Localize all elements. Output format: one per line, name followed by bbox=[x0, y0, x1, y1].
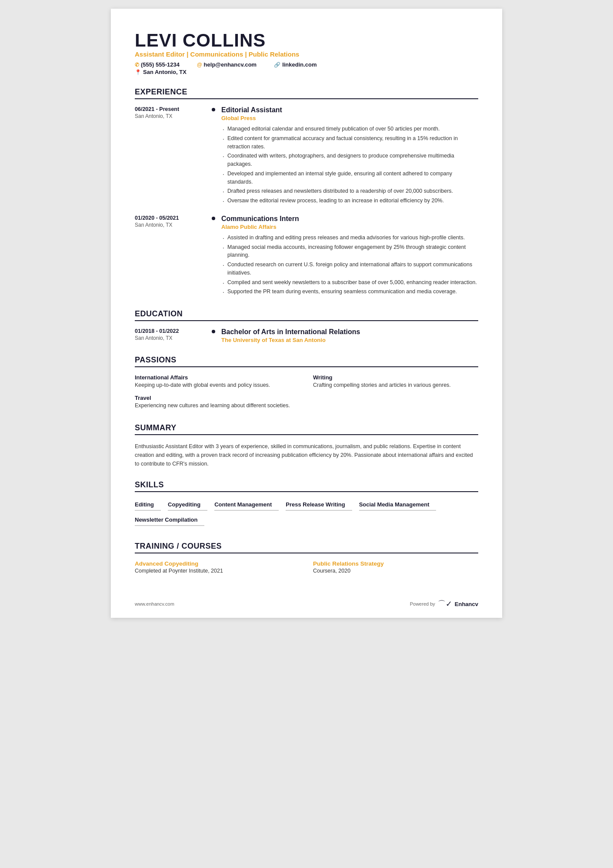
bullet-2-2: Conducted research on current U.S. forei… bbox=[221, 261, 478, 277]
location-icon: 📍 bbox=[135, 69, 141, 75]
footer-logo: Powered by ⌒✓ Enhancv bbox=[410, 599, 478, 609]
edu-location-1: San Antonio, TX bbox=[135, 335, 211, 341]
bullets-1: Managed editorial calendar and ensured t… bbox=[221, 125, 478, 205]
training-item-0: Advanced Copyediting Completed at Poynte… bbox=[135, 560, 300, 574]
exp-right-1: Editorial Assistant Global Press Managed… bbox=[216, 106, 478, 206]
bullets-2: Assisted in drafting and editing press r… bbox=[221, 234, 478, 296]
email-icon: @ bbox=[197, 62, 202, 68]
bullet-1-4: Drafted press releases and newsletters d… bbox=[221, 187, 478, 195]
email-item: @ help@enhancv.com bbox=[197, 61, 257, 68]
edu-right-1: Bachelor of Arts in International Relati… bbox=[216, 328, 478, 343]
edu-divider-1 bbox=[211, 328, 216, 343]
skill-1: Copyediting bbox=[168, 499, 207, 511]
company-1: Global Press bbox=[221, 115, 478, 121]
training-grid: Advanced Copyediting Completed at Poynte… bbox=[135, 560, 478, 574]
location-row: 📍 San Antonio, TX bbox=[135, 69, 478, 75]
enhancv-icon: ⌒✓ bbox=[438, 599, 452, 609]
phone-item: ✆ (555) 555-1234 bbox=[135, 61, 180, 68]
summary-section-title: SUMMARY bbox=[135, 423, 478, 435]
email-address: help@enhancv.com bbox=[204, 61, 257, 68]
education-section-title: EDUCATION bbox=[135, 309, 478, 321]
candidate-name: LEVI COLLINS bbox=[135, 30, 478, 50]
passion-title-0: International Affairs bbox=[135, 374, 300, 381]
exp-dot-2 bbox=[212, 217, 215, 220]
passions-grid: International Affairs Keeping up-to-date… bbox=[135, 374, 478, 411]
passion-desc-1: Crafting compelling stories and articles… bbox=[313, 382, 478, 389]
passion-title-2: Travel bbox=[135, 395, 478, 401]
exp-location-2: San Antonio, TX bbox=[135, 222, 211, 228]
skill-4: Social Media Management bbox=[359, 499, 436, 511]
bullet-1-3: Developed and implemented an internal st… bbox=[221, 170, 478, 186]
exp-date-1: 06/2021 - Present bbox=[135, 106, 211, 112]
edu-dot-1 bbox=[212, 330, 215, 333]
linkedin-item: 🔗 linkedin.com bbox=[274, 61, 316, 68]
exp-divider-1 bbox=[211, 106, 216, 206]
training-title-0: Advanced Copyediting bbox=[135, 560, 300, 567]
training-item-1: Public Relations Strategy Coursera, 2020 bbox=[313, 560, 478, 574]
edu-date-1: 01/2018 - 01/2022 bbox=[135, 328, 211, 334]
bullet-1-5: Oversaw the editorial review process, le… bbox=[221, 197, 478, 205]
training-title-1: Public Relations Strategy bbox=[313, 560, 478, 567]
skills-section-title: SKILLS bbox=[135, 480, 478, 492]
exp-date-2: 01/2020 - 05/2021 bbox=[135, 215, 211, 221]
skill-0: Editing bbox=[135, 499, 161, 511]
skill-5: Newsletter Compilation bbox=[135, 514, 204, 526]
training-desc-0: Completed at Poynter Institute, 2021 bbox=[135, 568, 300, 574]
bullet-2-4: Supported the PR team during events, ens… bbox=[221, 288, 478, 296]
passions-section: PASSIONS International Affairs Keeping u… bbox=[135, 355, 478, 411]
passion-item-1: Writing Crafting compelling stories and … bbox=[313, 374, 478, 389]
passions-section-title: PASSIONS bbox=[135, 355, 478, 367]
contact-row: ✆ (555) 555-1234 @ help@enhancv.com 🔗 li… bbox=[135, 61, 478, 68]
exp-right-2: Communications Intern Alamo Public Affai… bbox=[216, 215, 478, 297]
summary-section: SUMMARY Enthusiastic Assistant Editor wi… bbox=[135, 423, 478, 468]
training-section-title: TRAINING / COURSES bbox=[135, 542, 478, 553]
exp-left-2: 01/2020 - 05/2021 San Antonio, TX bbox=[135, 215, 211, 297]
bullet-2-0: Assisted in drafting and editing press r… bbox=[221, 234, 478, 242]
experience-item-2: 01/2020 - 05/2021 San Antonio, TX Commun… bbox=[135, 215, 478, 297]
passion-item-0: International Affairs Keeping up-to-date… bbox=[135, 374, 300, 389]
experience-item-1: 06/2021 - Present San Antonio, TX Editor… bbox=[135, 106, 478, 206]
skill-2: Content Management bbox=[214, 499, 279, 511]
bullet-2-1: Managed social media accounts, increasin… bbox=[221, 243, 478, 260]
passion-desc-2: Experiencing new cultures and learning a… bbox=[135, 402, 478, 410]
education-item-1: 01/2018 - 01/2022 San Antonio, TX Bachel… bbox=[135, 328, 478, 343]
skills-grid: Editing Copyediting Content Management P… bbox=[135, 499, 478, 530]
footer: www.enhancv.com Powered by ⌒✓ Enhancv bbox=[135, 599, 478, 609]
skills-section: SKILLS Editing Copyediting Content Manag… bbox=[135, 480, 478, 530]
skill-3: Press Release Writing bbox=[286, 499, 352, 511]
passion-desc-0: Keeping up-to-date with global events an… bbox=[135, 382, 300, 389]
bullet-1-1: Edited content for grammatical accuracy … bbox=[221, 134, 478, 151]
bullet-1-0: Managed editorial calendar and ensured t… bbox=[221, 125, 478, 133]
company-2: Alamo Public Affairs bbox=[221, 224, 478, 230]
training-section: TRAINING / COURSES Advanced Copyediting … bbox=[135, 542, 478, 574]
powered-by-text: Powered by bbox=[410, 601, 435, 607]
header: LEVI COLLINS Assistant Editor | Communic… bbox=[135, 30, 478, 75]
passion-item-2: Travel Experiencing new cultures and lea… bbox=[135, 395, 478, 410]
edu-left-1: 01/2018 - 01/2022 San Antonio, TX bbox=[135, 328, 211, 343]
link-icon: 🔗 bbox=[274, 62, 280, 68]
footer-website: www.enhancv.com bbox=[135, 601, 174, 607]
brand-name: Enhancv bbox=[455, 601, 478, 607]
linkedin-url: linkedin.com bbox=[282, 61, 316, 68]
job-title-2: Communications Intern bbox=[221, 215, 478, 223]
exp-dot-1 bbox=[212, 108, 215, 111]
experience-section: EXPERIENCE 06/2021 - Present San Antonio… bbox=[135, 87, 478, 297]
bullet-2-3: Compiled and sent weekly newsletters to … bbox=[221, 278, 478, 287]
phone-icon: ✆ bbox=[135, 62, 139, 68]
exp-left-1: 06/2021 - Present San Antonio, TX bbox=[135, 106, 211, 206]
education-section: EDUCATION 01/2018 - 01/2022 San Antonio,… bbox=[135, 309, 478, 343]
phone-number: (555) 555-1234 bbox=[141, 61, 180, 68]
summary-text: Enthusiastic Assistant Editor with 3 yea… bbox=[135, 442, 478, 468]
training-desc-1: Coursera, 2020 bbox=[313, 568, 478, 574]
bullet-1-2: Coordinated with writers, photographers,… bbox=[221, 152, 478, 168]
passion-title-1: Writing bbox=[313, 374, 478, 381]
edu-institution-1: The University of Texas at San Antonio bbox=[221, 337, 478, 343]
candidate-title: Assistant Editor | Communications | Publ… bbox=[135, 50, 478, 58]
location: San Antonio, TX bbox=[143, 69, 187, 75]
exp-location-1: San Antonio, TX bbox=[135, 113, 211, 119]
edu-degree-1: Bachelor of Arts in International Relati… bbox=[221, 328, 478, 336]
exp-divider-2 bbox=[211, 215, 216, 297]
experience-section-title: EXPERIENCE bbox=[135, 87, 478, 99]
job-title-1: Editorial Assistant bbox=[221, 106, 478, 114]
resume-page: LEVI COLLINS Assistant Editor | Communic… bbox=[111, 9, 502, 618]
